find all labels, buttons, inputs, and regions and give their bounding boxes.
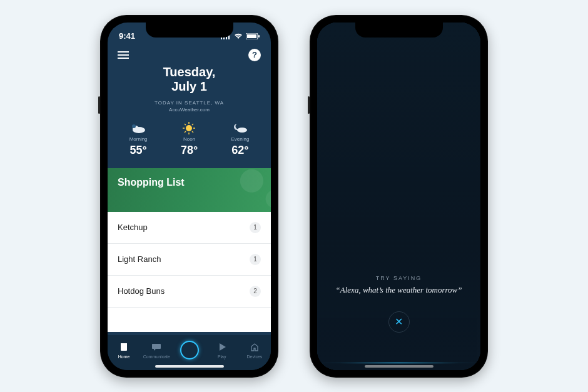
home-indicator[interactable]	[155, 365, 224, 368]
help-button[interactable]: ?	[248, 49, 261, 61]
nav-label: Home	[118, 354, 130, 359]
nav-devices[interactable]: Devices	[238, 341, 271, 359]
home-indicator[interactable]	[365, 365, 433, 368]
forecast-noon[interactable]: Noon 78°	[181, 121, 198, 157]
svg-line-16	[192, 131, 193, 133]
svg-point-19	[237, 128, 247, 133]
home-icon	[118, 341, 129, 353]
svg-rect-5	[247, 34, 256, 38]
notch	[355, 23, 443, 38]
chat-icon	[151, 341, 162, 353]
forecast-label: Evening	[231, 136, 249, 142]
phone-frame-right: TRY SAYING “Alexa, what’s the weather to…	[310, 15, 488, 378]
forecast-temp: 78°	[181, 144, 198, 157]
list-item[interactable]: Ketchup 1	[108, 212, 271, 244]
item-name: Hotdog Buns	[118, 286, 165, 296]
close-icon: ✕	[395, 316, 403, 328]
voice-suggestion-text: “Alexa, what’s the weather tomorrow”	[336, 285, 462, 295]
svg-rect-0	[221, 38, 222, 39]
svg-rect-6	[258, 35, 260, 38]
item-count-badge: 1	[250, 222, 261, 233]
sun-icon	[181, 121, 198, 135]
list-item[interactable]: Light Ranch 1	[108, 244, 271, 276]
wifi-icon	[234, 33, 243, 39]
weather-location-label: TODAY IN SEATTLE, WA	[108, 100, 271, 106]
date-weekday: Tuesday,	[108, 65, 271, 79]
devices-icon	[249, 341, 260, 353]
forecast-temp: 55°	[129, 144, 148, 157]
nav-label: Devices	[246, 354, 262, 359]
nav-home[interactable]: Home	[108, 341, 140, 359]
date-monthday: July 1	[108, 79, 271, 94]
item-name: Ketchup	[118, 223, 148, 232]
list-item[interactable]: Hotdog Buns 2	[108, 276, 271, 308]
forecast-morning[interactable]: Morning 55°	[129, 121, 148, 157]
play-icon	[216, 341, 228, 353]
svg-point-9	[132, 124, 136, 128]
shopping-list-title: Shopping List	[118, 177, 185, 188]
screen-home: 9:41 ? Tuesday, July 1 TOD	[108, 23, 271, 370]
nav-label: Play	[218, 354, 226, 359]
svg-line-17	[192, 124, 193, 125]
voice-overlay: TRY SAYING “Alexa, what’s the weather to…	[317, 23, 480, 370]
top-bar: ?	[108, 45, 271, 64]
battery-icon	[246, 33, 260, 39]
notch	[146, 23, 233, 38]
item-count-badge: 2	[250, 286, 261, 297]
try-saying-label: TRY SAYING	[376, 275, 422, 281]
menu-icon[interactable]	[118, 51, 129, 59]
cloud-icon	[129, 121, 148, 135]
shopping-card: Shopping List Ketchup 1 Light Ranch 1 Ho…	[108, 168, 271, 332]
status-time: 9:41	[119, 31, 135, 41]
item-name: Light Ranch	[118, 254, 161, 264]
screen-voice: TRY SAYING “Alexa, what’s the weather to…	[317, 23, 480, 370]
date-display: Tuesday, July 1	[108, 65, 271, 94]
svg-line-15	[185, 124, 186, 125]
forecast-evening[interactable]: Evening 62°	[231, 121, 249, 157]
moon-cloud-icon	[231, 121, 249, 135]
svg-line-18	[185, 131, 186, 133]
weather-source-label: AccuWeather.com	[108, 107, 271, 113]
svg-rect-21	[121, 343, 127, 345]
alexa-ring-icon	[180, 341, 199, 359]
svg-marker-22	[220, 343, 226, 351]
nav-alexa[interactable]	[173, 341, 205, 359]
forecast-label: Noon	[181, 136, 198, 142]
nav-play[interactable]: Play	[206, 341, 238, 359]
forecast-row: Morning 55° Noon 78° Evening 62°	[108, 113, 271, 168]
svg-point-10	[186, 125, 192, 131]
forecast-temp: 62°	[231, 144, 249, 157]
close-voice-button[interactable]: ✕	[388, 311, 410, 333]
shopping-list-header[interactable]: Shopping List	[108, 168, 271, 212]
phone-frame-left: 9:41 ? Tuesday, July 1 TOD	[100, 15, 278, 378]
forecast-label: Morning	[129, 136, 148, 142]
voice-activity-bar	[317, 362, 480, 364]
nav-label: Communicate	[143, 354, 170, 359]
nav-communicate[interactable]: Communicate	[140, 341, 173, 359]
item-count-badge: 1	[250, 254, 261, 265]
